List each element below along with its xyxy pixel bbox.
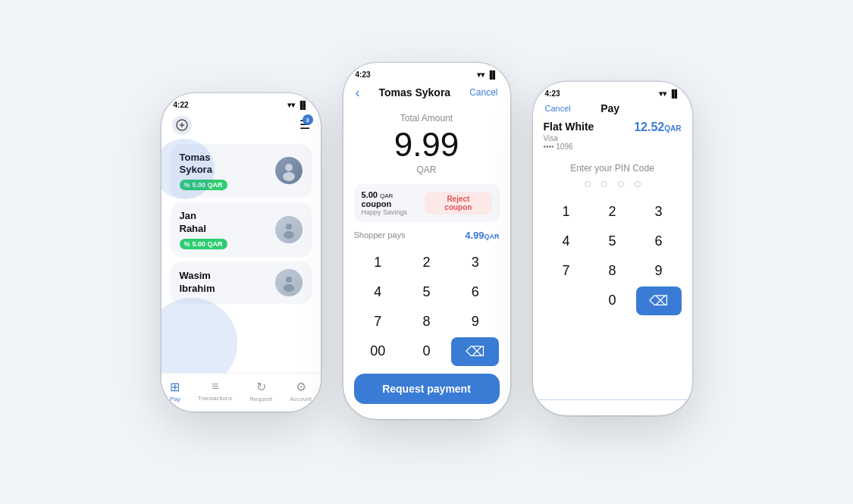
pin-dot-1 <box>585 181 591 187</box>
svg-point-4 <box>284 231 294 239</box>
p3-key-empty <box>544 286 589 315</box>
p3-key-9[interactable]: 9 <box>636 257 682 286</box>
key-6[interactable]: 6 <box>451 278 499 307</box>
nav-transactions[interactable]: ≡ Transactions <box>198 380 233 402</box>
pin-dot-2 <box>601 181 607 187</box>
phone-1: 4:22 ▾▾ ▐▌ 3 ☰ TomasSykora % 5.00 QAR <box>162 93 321 412</box>
nav-pay[interactable]: ⊞ Pay <box>170 380 180 402</box>
avatar-wasim <box>275 269 303 296</box>
wifi-icon-3: ▾▾ <box>659 89 666 98</box>
request-payment-button[interactable]: Request payment <box>354 374 500 404</box>
coupon-name: Happy Savings <box>362 208 425 216</box>
key-2[interactable]: 2 <box>403 249 450 277</box>
p3-key-backspace[interactable]: ⌫ <box>636 286 682 315</box>
bottom-nav-1: ⊞ Pay ≡ Transactions ↻ Request ⚙ Account <box>162 373 321 412</box>
nav-request[interactable]: ↻ Request <box>249 380 272 402</box>
payment-item: Flat White Visa •••• 1096 12.52QAR <box>544 121 682 151</box>
user-name-wasim: WasimIbrahim <box>180 270 215 296</box>
status-time-3: 4:23 <box>545 89 560 98</box>
svg-point-1 <box>285 164 293 171</box>
coupon-amount: 5.00 QAR coupon <box>362 190 425 208</box>
notch-1 <box>211 93 271 110</box>
status-time-2: 4:23 <box>356 70 371 79</box>
coupon-row: 5.00 QAR coupon Happy Savings Reject cou… <box>354 184 500 222</box>
decorative-blob-2 <box>162 139 215 199</box>
user-badge-jan: % 5.00 QAR <box>180 239 227 249</box>
numpad-2: 1 2 3 4 5 6 7 8 9 00 0 ⌫ <box>354 249 500 366</box>
shopper-row: Shopper pays 4.99QAR <box>343 225 510 246</box>
p3-key-3[interactable]: 3 <box>636 198 682 227</box>
battery-icon-3: ▐▌ <box>669 89 679 98</box>
reject-coupon-button[interactable]: Reject coupon <box>425 192 491 214</box>
coupon-info: 5.00 QAR coupon Happy Savings <box>362 190 425 216</box>
key-8[interactable]: 8 <box>403 308 450 337</box>
p3-key-7[interactable]: 7 <box>544 257 589 286</box>
key-5[interactable]: 5 <box>403 278 450 307</box>
payment-amount-value: 12.52QAR <box>634 121 681 133</box>
svg-point-3 <box>286 224 292 230</box>
payment-product-name: Flat White <box>544 121 594 133</box>
p3-key-4[interactable]: 4 <box>544 227 589 256</box>
nav-account[interactable]: ⚙ Account <box>290 380 312 402</box>
svg-point-5 <box>286 277 292 283</box>
p3-key-6[interactable]: 6 <box>636 227 682 256</box>
phone-2: 4:23 ▾▾ ▐▌ ‹ Tomas Sykora Cancel Total A… <box>343 63 510 419</box>
amount-label: Total Amount <box>343 113 510 124</box>
badge-count: 3 <box>303 114 313 125</box>
pay-icon: ⊞ <box>170 380 180 394</box>
status-icons-3: ▾▾ ▐▌ <box>659 89 679 98</box>
pin-section: Enter your PIN Code <box>533 155 692 192</box>
key-0[interactable]: 0 <box>403 337 450 366</box>
p3-key-1[interactable]: 1 <box>544 198 589 227</box>
back-button[interactable]: ‹ <box>356 85 360 101</box>
amount-currency: QAR <box>343 164 510 175</box>
battery-icon: ▐▌ <box>297 101 308 109</box>
pin-label: Enter your PIN Code <box>533 163 692 174</box>
pin-dot-4 <box>635 181 641 187</box>
key-4[interactable]: 4 <box>354 278 402 307</box>
nav-request-label: Request <box>249 396 272 402</box>
payment-details: Flat White Visa •••• 1096 <box>544 121 594 151</box>
p2-title: Tomas Sykora <box>378 86 450 99</box>
p3-key-2[interactable]: 2 <box>590 198 635 227</box>
status-icons-2: ▾▾ ▐▌ <box>477 70 497 79</box>
avatar-jan <box>275 216 303 243</box>
transactions-icon: ≡ <box>212 380 218 393</box>
request-icon: ↻ <box>256 380 266 394</box>
account-icon: ⚙ <box>296 380 306 394</box>
payment-amount-display: 12.52QAR <box>634 121 681 134</box>
pin-dots <box>533 181 692 187</box>
user-card-jan[interactable]: JanRahal % 5.00 QAR <box>171 202 312 257</box>
nav-transactions-label: Transactions <box>198 395 233 402</box>
key-3[interactable]: 3 <box>451 249 499 277</box>
p3-key-5[interactable]: 5 <box>590 227 635 256</box>
phone-3: 4:23 ▾▾ ▐▌ Cancel Pay Flat White Visa ••… <box>533 82 692 415</box>
user-info-jan: JanRahal % 5.00 QAR <box>180 210 227 249</box>
p3-title: Pay <box>601 102 619 114</box>
p1-app-header: 3 ☰ <box>162 111 321 141</box>
key-1[interactable]: 1 <box>354 249 402 277</box>
p3-app-header: Cancel Pay <box>533 99 692 116</box>
nav-account-label: Account <box>290 396 312 402</box>
key-9[interactable]: 9 <box>451 308 499 337</box>
shopper-value: 4.99QAR <box>465 230 499 241</box>
nav-pay-label: Pay <box>170 396 180 402</box>
key-backspace[interactable]: ⌫ <box>451 337 499 366</box>
cancel-button-2[interactable]: Cancel <box>469 87 497 98</box>
avatar-tomas <box>275 157 303 184</box>
p3-key-0[interactable]: 0 <box>590 286 635 315</box>
notch-2 <box>397 63 457 80</box>
svg-point-6 <box>284 284 294 292</box>
notification-badge[interactable]: 3 ☰ <box>299 117 310 132</box>
battery-icon-2: ▐▌ <box>487 70 497 79</box>
p3-cancel-button[interactable]: Cancel <box>545 104 571 113</box>
numpad-3: 1 2 3 4 5 6 7 8 9 0 ⌫ <box>544 198 682 315</box>
p3-key-8[interactable]: 8 <box>590 257 635 286</box>
status-time-1: 4:22 <box>174 101 189 109</box>
key-00[interactable]: 00 <box>354 337 402 366</box>
svg-point-2 <box>283 172 295 181</box>
notch-3 <box>582 82 643 99</box>
wifi-icon: ▾▾ <box>287 101 295 109</box>
amount-section: Total Amount 9.99 QAR <box>343 104 510 181</box>
key-7[interactable]: 7 <box>354 308 402 337</box>
